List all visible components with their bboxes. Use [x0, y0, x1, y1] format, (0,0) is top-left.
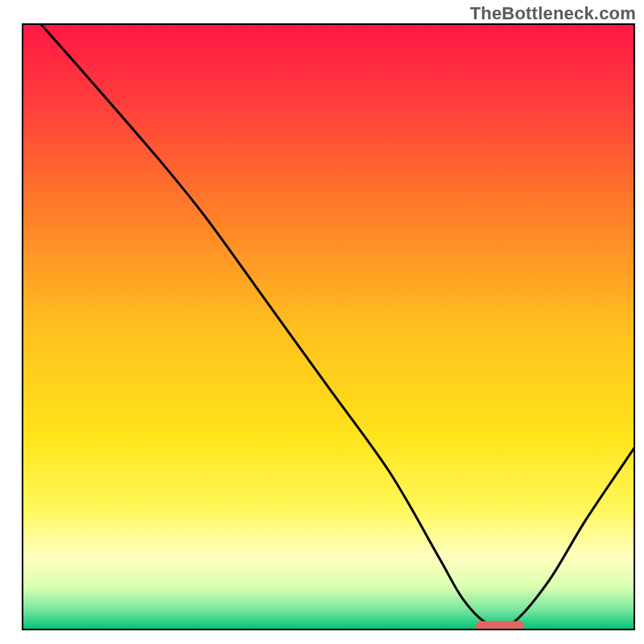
chart-background [23, 24, 634, 630]
bottleneck-chart [0, 0, 644, 644]
watermark-text: TheBottleneck.com [470, 3, 636, 24]
chart-container: TheBottleneck.com [0, 0, 644, 644]
